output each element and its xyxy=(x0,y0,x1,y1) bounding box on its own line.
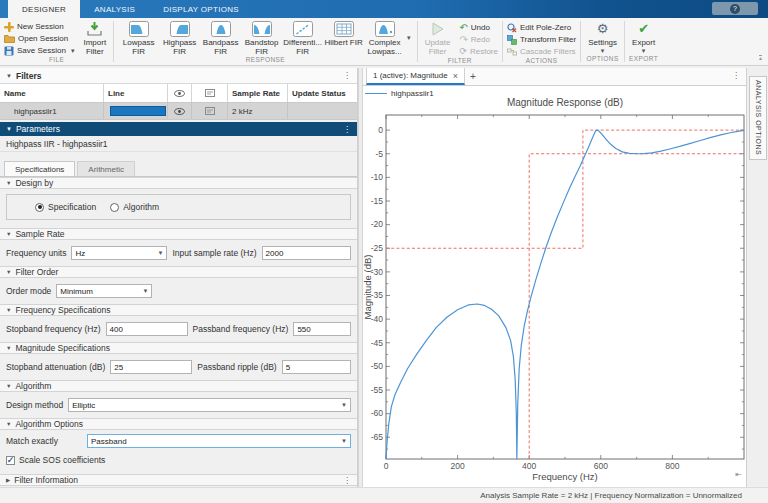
filters-kebab-icon[interactable]: ⋮ xyxy=(343,71,351,80)
ribbon-group-filter: Update Filter ↶ Undo ↷ Redo ⟳ Restore xyxy=(418,18,502,65)
differentiator-label2: FIR xyxy=(296,47,309,56)
response-gallery-caret[interactable]: ▾ xyxy=(405,34,413,42)
passband-ripple-field[interactable]: 5 xyxy=(282,360,351,374)
bandpass-fir-button[interactable]: BandpassFIR xyxy=(200,20,241,56)
scale-sos-checkbox-row[interactable]: ✓ Scale SOS coefficients xyxy=(0,452,357,468)
parameters-kebab-icon[interactable]: ⋮ xyxy=(343,125,351,134)
algorithm-options-header[interactable]: ▼ Algorithm Options xyxy=(0,418,357,430)
svg-text:-65: -65 xyxy=(371,432,384,442)
frequency-specs-row: Stopband frequency (Hz) 400 Passband fre… xyxy=(0,316,357,342)
filter-line-cell[interactable] xyxy=(104,103,168,119)
collapse-triangle-icon: ▼ xyxy=(6,180,11,186)
complex-lowpass-button[interactable]: ComplexLowpas... xyxy=(364,20,405,56)
collapse-ribbon-button[interactable]: ▴ xyxy=(759,55,762,61)
filter-visibility-cell[interactable] xyxy=(168,103,192,119)
svg-text:-5: -5 xyxy=(375,149,383,159)
edit-pole-zero-button[interactable]: Edit Pole-Zero xyxy=(507,22,576,33)
magnitude-response-chart[interactable]: 02004006008000-5-10-15-20-25-30-35-40-45… xyxy=(363,86,746,487)
tab-arithmetic[interactable]: Arithmetic xyxy=(77,161,135,176)
highpass-fir-button[interactable]: HighpassFIR xyxy=(159,20,200,56)
magnitude-figure-tab[interactable]: 1 (active): Magnitude × xyxy=(366,68,465,85)
open-session-button[interactable]: Open Session xyxy=(4,33,76,44)
filter-information-header[interactable]: ▶ Filter Information ⋮ xyxy=(0,474,357,486)
tab-display-options[interactable]: DISPLAY OPTIONS xyxy=(149,0,253,18)
pole-zero-icon xyxy=(507,23,517,33)
save-session-button[interactable]: Save Session ▾ xyxy=(4,45,76,56)
col-visibility xyxy=(168,84,192,102)
frequency-specs-header[interactable]: ▼ Frequency Specifications xyxy=(0,304,357,316)
plot-panel: 1 (active): Magnitude × + ⋮ highpassiir1… xyxy=(363,68,746,487)
highpass-label2: FIR xyxy=(173,47,186,56)
collapse-triangle-icon: ▼ xyxy=(6,383,11,389)
save-dropdown-caret[interactable]: ▾ xyxy=(69,47,77,55)
line-color-swatch[interactable] xyxy=(110,106,166,116)
collapse-panel-icon[interactable]: ⇤ xyxy=(735,470,742,479)
hilbert-fir-button[interactable]: Hilbert FIR xyxy=(323,20,364,47)
sample-rate-header[interactable]: ▼ Sample Rate xyxy=(0,228,357,240)
response-group-label: RESPONSE xyxy=(118,56,413,65)
redo-button[interactable]: ↷ Redo xyxy=(459,34,498,45)
import-filter-label1: Import xyxy=(83,38,106,47)
radio-algorithm[interactable]: Algorithm xyxy=(110,202,159,212)
close-tab-icon[interactable]: × xyxy=(453,71,458,81)
parameters-panel-header[interactable]: ▼ Parameters ⋮ xyxy=(0,122,357,136)
stopband-frequency-field[interactable]: 400 xyxy=(106,322,188,336)
tab-analysis[interactable]: ANALYSIS xyxy=(80,0,149,18)
export-button[interactable]: ✔ Export ▾ xyxy=(629,20,658,55)
differentiator-icon xyxy=(293,21,313,37)
settings-button[interactable]: ⚙ Settings ▾ xyxy=(585,20,620,55)
order-mode-dropdown[interactable]: Minimum▼ xyxy=(56,284,152,298)
algorithm-label: Algorithm xyxy=(15,381,51,391)
design-method-dropdown[interactable]: Elliptic▼ xyxy=(68,398,351,412)
filter-order-header[interactable]: ▼ Filter Order xyxy=(0,266,357,278)
input-sample-rate-field[interactable]: 2000 xyxy=(262,246,351,260)
hilbert-label1: Hilbert FIR xyxy=(325,38,363,47)
import-filter-button[interactable]: Import Filter xyxy=(80,20,109,56)
magnitude-specs-header[interactable]: ▼ Magnitude Specifications xyxy=(0,342,357,354)
match-exactly-dropdown[interactable]: Passband▼ xyxy=(87,434,351,448)
new-session-button[interactable]: New Session xyxy=(4,21,76,32)
filter-information-kebab-icon[interactable]: ⋮ xyxy=(343,476,351,485)
design-by-header[interactable]: ▼ Design by xyxy=(0,177,357,189)
filter-table-row[interactable]: highpassiir1 2 kHz xyxy=(0,103,357,120)
lowpass-fir-button[interactable]: LowpassFIR xyxy=(118,20,159,56)
radio-specification[interactable]: Specification xyxy=(35,202,96,212)
transform-filter-button[interactable]: Transform Filter xyxy=(507,34,576,45)
filter-order-row: Order mode Minimum▼ xyxy=(0,278,357,304)
checkbox-checked-icon: ✓ xyxy=(6,456,15,465)
stopband-attenuation-field[interactable]: 25 xyxy=(110,360,192,374)
design-by-label: Design by xyxy=(15,178,53,188)
frequency-units-dropdown[interactable]: Hz▼ xyxy=(71,246,167,260)
algorithm-header[interactable]: ▼ Algorithm xyxy=(0,380,357,392)
transform-icon xyxy=(507,35,517,45)
filters-panel-header[interactable]: ▼ Filters ⋮ xyxy=(0,68,357,84)
figure-kebab-icon[interactable]: ⋮ xyxy=(732,71,740,80)
filter-update-status-cell xyxy=(288,103,357,119)
new-session-icon xyxy=(4,22,14,32)
passband-frequency-field[interactable]: 550 xyxy=(293,322,351,336)
bandpass-label1: Bandpass xyxy=(203,38,239,47)
input-sample-rate-label: Input sample rate (Hz) xyxy=(172,248,256,258)
update-filter-button[interactable]: Update Filter xyxy=(422,20,454,56)
save-session-label: Save Session xyxy=(17,46,66,55)
bandstop-fir-button[interactable]: BandstopFIR xyxy=(241,20,282,56)
sample-rate-row: Frequency units Hz▼ Input sample rate (H… xyxy=(0,240,357,266)
restore-button[interactable]: ⟳ Restore xyxy=(459,46,498,57)
help-button[interactable]: ? xyxy=(712,2,758,15)
undo-button[interactable]: ↶ Undo xyxy=(459,22,498,33)
tab-designer[interactable]: DESIGNER xyxy=(8,0,80,18)
figure-tab-label: 1 (active): Magnitude xyxy=(373,71,448,80)
export-check-icon: ✔ xyxy=(638,21,649,37)
analysis-options-tab[interactable]: ANALYSIS OPTIONS xyxy=(749,76,767,160)
differentiator-fir-button[interactable]: Differenti...FIR xyxy=(282,20,323,56)
cascade-filters-button[interactable]: Cascade Filters xyxy=(507,46,576,57)
filter-annotation-cell[interactable] xyxy=(192,103,228,119)
tab-specifications[interactable]: Specifications xyxy=(4,161,75,176)
lowpass-label2: FIR xyxy=(132,47,145,56)
algorithm-options-label: Algorithm Options xyxy=(15,419,83,429)
export-label: Export xyxy=(632,38,655,47)
new-figure-tab-button[interactable]: + xyxy=(465,68,481,85)
bandstop-label2: FIR xyxy=(255,47,268,56)
passband-ripple-label: Passband ripple (dB) xyxy=(197,362,276,372)
collapse-triangle-icon: ▼ xyxy=(6,126,12,132)
